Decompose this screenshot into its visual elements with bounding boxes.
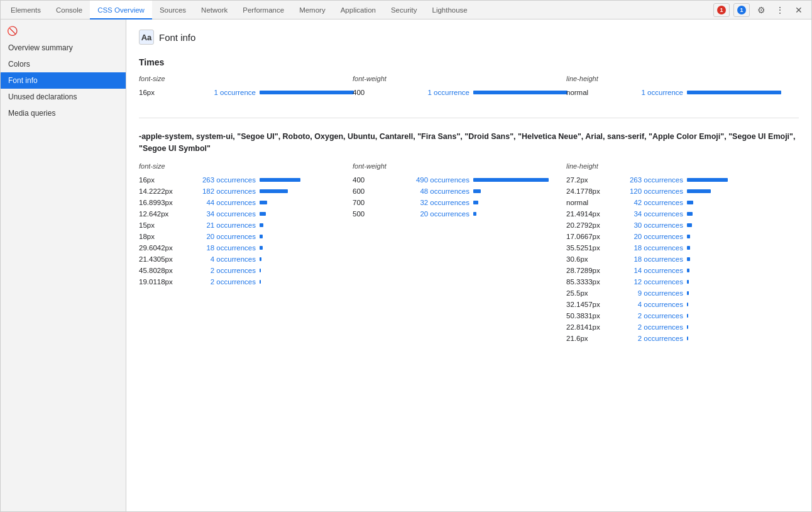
- font-section-times: Times font-size 16px 1 occurrence: [139, 57, 799, 100]
- system-fontsize-row-1: 14.2222px 182 occurrences: [139, 187, 353, 195]
- system-lineheight-occ-7[interactable]: 18 occurrences: [614, 255, 683, 263]
- system-fontsize-value-6: 29.6042px: [139, 244, 183, 252]
- tab-css-overview[interactable]: CSS Overview: [90, 1, 152, 19]
- system-lineheight-occ-1[interactable]: 120 occurrences: [614, 187, 683, 195]
- system-fontsize-occ-7[interactable]: 4 occurrences: [187, 255, 256, 263]
- system-fontweight-occ-2[interactable]: 32 occurrences: [400, 199, 469, 206]
- system-lineheight-occ-12[interactable]: 2 occurrences: [614, 312, 683, 320]
- system-lineheight-bar-13: [687, 325, 688, 329]
- system-fontsize-bar-2: [260, 201, 267, 204]
- system-fontweight-bar-1: [473, 189, 481, 193]
- tabs-right: 1 1 ⚙ ⋮ ✕: [713, 3, 809, 18]
- message-badge-button[interactable]: 1: [733, 3, 750, 17]
- sidebar-item-colors[interactable]: Colors: [1, 56, 126, 72]
- system-lineheight-occ-10[interactable]: 9 occurrences: [614, 289, 683, 297]
- tab-memory[interactable]: Memory: [292, 1, 333, 19]
- system-lineheight-value-7: 30.6px: [566, 255, 610, 263]
- system-lineheight-occ-6[interactable]: 18 occurrences: [614, 244, 683, 252]
- error-badge-button[interactable]: 1: [713, 3, 730, 17]
- system-fontsize-occ-0[interactable]: 263 occurrences: [187, 176, 256, 184]
- system-fontweight-occ-1[interactable]: 48 occurrences: [400, 187, 469, 195]
- system-fontsize-occ-2[interactable]: 44 occurrences: [187, 199, 256, 206]
- times-lineheight-occ-0[interactable]: 1 occurrence: [614, 89, 683, 96]
- sidebar-item-media-queries[interactable]: Media queries: [1, 105, 126, 121]
- system-lineheight-occ-8[interactable]: 14 occurrences: [614, 267, 683, 274]
- system-lineheight-bar-1: [687, 189, 711, 193]
- system-lineheight-occ-4[interactable]: 30 occurrences: [614, 221, 683, 229]
- tab-elements[interactable]: Elements: [3, 1, 48, 19]
- tab-lighthouse[interactable]: Lighthouse: [424, 1, 475, 19]
- system-lineheight-value-0: 27.2px: [566, 176, 610, 184]
- times-fontsize-occ-0[interactable]: 1 occurrence: [187, 89, 256, 96]
- system-lineheight-row-6: 35.5251px 18 occurrences: [566, 244, 799, 252]
- system-fontsize-occ-9[interactable]: 2 occurrences: [187, 278, 256, 286]
- system-fontsize-occ-3[interactable]: 34 occurrences: [187, 210, 256, 218]
- system-fontsize-value-9: 19.0118px: [139, 278, 183, 286]
- system-lineheight-bar-fill-14: [687, 337, 688, 340]
- system-lineheight-bar-2: [687, 201, 693, 204]
- system-lineheight-occ-3[interactable]: 34 occurrences: [614, 210, 683, 218]
- system-fontweight-occ-3[interactable]: 20 occurrences: [400, 210, 469, 218]
- system-lineheight-value-9: 85.3333px: [566, 278, 610, 286]
- system-lineheight-row-7: 30.6px 18 occurrences: [566, 255, 799, 263]
- sidebar-item-overview-summary[interactable]: Overview summary: [1, 40, 126, 56]
- system-lineheight-occ-11[interactable]: 4 occurrences: [614, 301, 683, 308]
- system-lineheight-occ-2[interactable]: 42 occurrences: [614, 199, 683, 206]
- more-icon[interactable]: ⋮: [772, 3, 787, 18]
- system-fontsize-bar-fill-7: [260, 257, 261, 261]
- system-lineheight-row-2: normal 42 occurrences: [566, 199, 799, 206]
- system-lineheight-bar-6: [687, 246, 690, 250]
- system-lineheight-occ-5[interactable]: 20 occurrences: [614, 233, 683, 240]
- settings-icon[interactable]: ⚙: [754, 3, 769, 18]
- system-fontsize-bar-fill-1: [260, 189, 288, 193]
- system-fontsize-bar-fill-8: [260, 269, 261, 272]
- system-lineheight-row-5: 17.0667px 20 occurrences: [566, 233, 799, 240]
- system-fontweight-row-2: 700 32 occurrences: [353, 199, 566, 206]
- times-lineheight-col: line-height normal 1 occurrence: [566, 75, 799, 100]
- system-fontsize-occ-4[interactable]: 21 occurrences: [187, 221, 256, 229]
- system-lineheight-bar-fill-1: [687, 189, 711, 193]
- system-lineheight-occ-14[interactable]: 2 occurrences: [614, 335, 683, 342]
- system-fontweight-bar-fill-3: [473, 212, 476, 216]
- system-lineheight-bar-10: [687, 291, 689, 295]
- system-fontsize-value-2: 16.8993px: [139, 199, 183, 206]
- system-fontsize-bar-1: [260, 189, 288, 193]
- system-cols-layout: font-size 16px 263 occurrences 14.2222px…: [139, 162, 799, 346]
- system-lineheight-bar-fill-12: [687, 314, 688, 318]
- tab-security[interactable]: Security: [383, 1, 425, 19]
- close-icon[interactable]: ✕: [791, 3, 806, 18]
- system-fontsize-occ-8[interactable]: 2 occurrences: [187, 267, 256, 274]
- system-fontweight-row-3: 500 20 occurrences: [353, 210, 566, 218]
- system-fontweight-occ-0[interactable]: 490 occurrences: [400, 176, 469, 184]
- system-lineheight-bar-fill-5: [687, 235, 690, 238]
- times-fontsize-row-0: 16px 1 occurrence: [139, 89, 353, 96]
- tab-application[interactable]: Application: [333, 1, 383, 19]
- sidebar-item-font-info[interactable]: Font info: [1, 72, 126, 89]
- system-lineheight-row-3: 21.4914px 34 occurrences: [566, 210, 799, 218]
- system-fontsize-occ-6[interactable]: 18 occurrences: [187, 244, 256, 252]
- tab-sources[interactable]: Sources: [152, 1, 194, 19]
- system-fontsize-header: font-size: [139, 162, 353, 171]
- system-fontsize-value-8: 45.8028px: [139, 267, 183, 274]
- system-lineheight-bar-12: [687, 314, 688, 318]
- content-area: Aa Font info Times font-size 16px 1 occu…: [126, 19, 811, 511]
- system-fontsize-bar-fill-3: [260, 212, 266, 216]
- system-lineheight-row-9: 85.3333px 12 occurrences: [566, 278, 799, 286]
- system-fontsize-bar-fill-6: [260, 246, 263, 250]
- system-lineheight-bar-3: [687, 212, 693, 216]
- system-fontsize-value-3: 12.642px: [139, 210, 183, 218]
- system-lineheight-bar-fill-4: [687, 223, 692, 227]
- system-fontsize-occ-5[interactable]: 20 occurrences: [187, 233, 256, 240]
- system-lineheight-bar-fill-3: [687, 212, 693, 216]
- system-fontsize-occ-1[interactable]: 182 occurrences: [187, 187, 256, 195]
- sidebar-item-unused-declarations[interactable]: Unused declarations: [1, 89, 126, 105]
- tab-network[interactable]: Network: [194, 1, 235, 19]
- system-fontweight-bar-2: [473, 201, 478, 204]
- tab-performance[interactable]: Performance: [235, 1, 292, 19]
- times-fontweight-occ-0[interactable]: 1 occurrence: [400, 89, 469, 96]
- system-lineheight-occ-9[interactable]: 12 occurrences: [614, 278, 683, 286]
- system-fontsize-bar-0: [260, 178, 300, 182]
- system-lineheight-occ-13[interactable]: 2 occurrences: [614, 323, 683, 331]
- tab-console[interactable]: Console: [48, 1, 90, 19]
- system-lineheight-occ-0[interactable]: 263 occurrences: [614, 176, 683, 184]
